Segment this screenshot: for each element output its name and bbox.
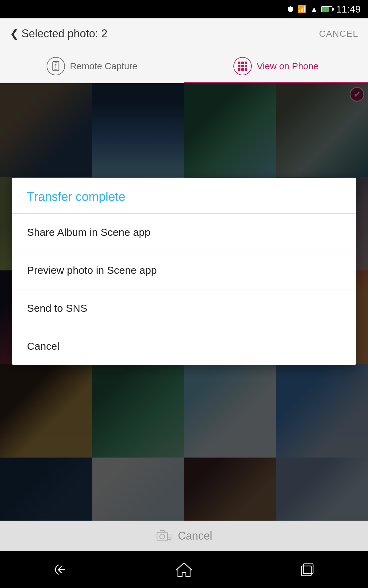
app-bar-title-group: ❮ Selected photo: 2 [10,27,107,40]
svg-point-6 [160,534,165,539]
bottom-bar: Cancel [0,521,368,551]
nav-bar [0,551,368,588]
dialog-title: Transfer complete [12,178,356,213]
tab-remote-capture-label: Remote Capture [70,61,137,71]
tab-bar: Remote Capture View on Phone [0,49,368,83]
transfer-complete-dialog: Transfer complete Share Album in Scene a… [12,178,356,365]
svg-rect-2 [55,62,57,63]
svg-rect-7 [160,530,164,532]
status-bar: ⬢ 📶 ▲ 11:49 [0,0,368,18]
tab-view-on-phone[interactable]: View on Phone [184,49,368,83]
bottom-bar-cancel-label[interactable]: Cancel [178,530,212,542]
app-bar: ❮ Selected photo: 2 CANCEL [0,18,368,49]
tab-remote-capture[interactable]: Remote Capture [0,49,184,83]
camera-upload-icon [156,529,172,543]
nav-back-button[interactable] [49,560,74,579]
svg-rect-1 [54,69,57,70]
share-album-button[interactable]: Share Album in Scene app [12,213,356,251]
signal-icon: ▲ [310,5,318,13]
status-icons: ⬢ 📶 ▲ 11:49 [287,4,361,15]
back-arrow-icon[interactable]: ❮ [10,27,19,40]
page-title: Selected photo: 2 [21,27,107,40]
remote-capture-icon [47,57,65,75]
preview-photo-button[interactable]: Preview photo in Scene app [12,251,356,289]
wifi-icon: 📶 [297,5,307,13]
send-to-sns-button[interactable]: Send to SNS [12,289,356,327]
view-on-phone-icon [233,57,252,75]
grid-dots [238,62,247,71]
nav-recents-button[interactable] [294,560,319,579]
tab-view-on-phone-label: View on Phone [257,61,318,71]
cancel-dialog-button[interactable]: Cancel [12,327,356,365]
battery-icon [321,6,332,12]
svg-rect-5 [157,532,167,541]
bluetooth-icon: ⬢ [287,5,294,13]
status-time: 11:49 [336,4,361,15]
app-bar-cancel-button[interactable]: CANCEL [319,28,358,39]
nav-home-button[interactable] [172,560,196,579]
